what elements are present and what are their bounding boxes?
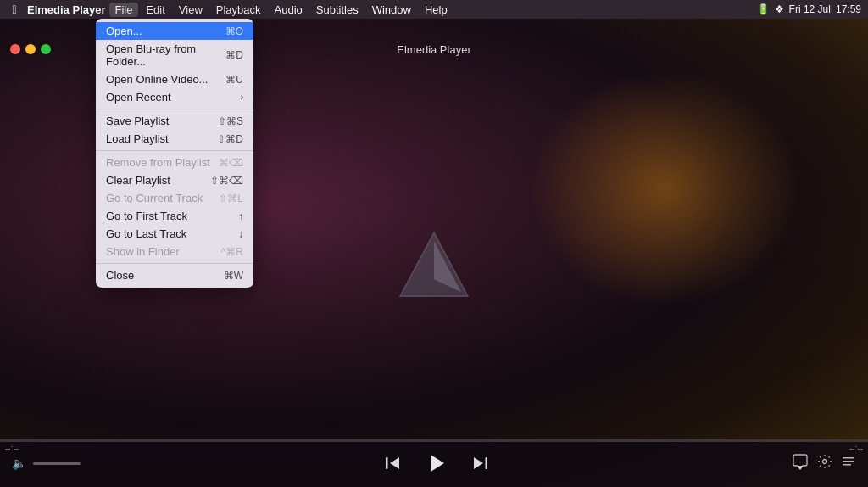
menu-item-open[interactable]: Open... ⌘O: [96, 22, 253, 40]
apple-icon[interactable]: : [7, 0, 22, 19]
menu-item-go-current-track: Go to Current Track ⇧⌘L: [96, 189, 253, 207]
volume-slider[interactable]: [33, 462, 81, 465]
svg-point-8: [823, 459, 827, 463]
menubar-right: 🔋 ❖ Fri 12 Jul 17:59: [757, 3, 861, 15]
file-menu: Open... ⌘O Open Blu-ray from Folder... ⌘…: [96, 19, 253, 288]
menu-item-close-shortcut: ⌘W: [224, 270, 243, 282]
svg-rect-9: [843, 457, 854, 459]
menubar-battery: 🔋: [757, 3, 770, 15]
menu-item-go-first-track[interactable]: Go to First Track ↑: [96, 207, 253, 225]
menu-divider-1: [96, 109, 253, 109]
time-left: --:--: [5, 444, 19, 453]
controls-inner: 🔈: [0, 449, 868, 478]
menu-item-go-last-track[interactable]: Go to Last Track ↓: [96, 225, 253, 243]
menu-help[interactable]: Help: [419, 3, 453, 17]
traffic-lights: [10, 44, 51, 54]
menu-item-load-playlist[interactable]: Load Playlist ⇧⌘D: [96, 130, 253, 148]
playlist-icon[interactable]: [841, 454, 856, 473]
app-name: Elmedia Player: [27, 3, 106, 16]
menu-item-clear-playlist[interactable]: Clear Playlist ⇧⌘⌫: [96, 171, 253, 189]
menu-window[interactable]: Window: [366, 3, 417, 17]
svg-marker-6: [474, 457, 483, 469]
next-button[interactable]: [468, 451, 493, 476]
menu-item-open-recent-label: Open Recent: [106, 91, 241, 104]
menu-subtitles[interactable]: Subtitles: [310, 3, 364, 17]
menu-item-open-online-shortcut: ⌘U: [225, 74, 243, 86]
menu-item-save-playlist[interactable]: Save Playlist ⇧⌘S: [96, 112, 253, 130]
menu-item-open-bluray[interactable]: Open Blu-ray from Folder... ⌘D: [96, 40, 253, 70]
menu-item-remove-from-playlist-label: Remove from Playlist: [106, 156, 219, 169]
menu-item-remove-from-playlist: Remove from Playlist ⌘⌫: [96, 154, 253, 171]
menu-item-clear-playlist-label: Clear Playlist: [106, 174, 210, 187]
menu-item-close[interactable]: Close ⌘W: [96, 266, 253, 284]
menu-item-go-last-track-label: Go to Last Track: [106, 227, 238, 240]
menubar-date: Fri 12 Jul: [789, 3, 831, 15]
airplay-icon[interactable]: [792, 453, 809, 474]
menu-item-go-first-track-shortcut: ↑: [238, 210, 243, 222]
menu-item-show-in-finder-label: Show in Finder: [106, 245, 221, 258]
time-right: --:--: [849, 444, 863, 453]
menu-item-open-bluray-label: Open Blu-ray from Folder...: [106, 42, 225, 68]
settings-icon[interactable]: [817, 454, 832, 473]
menu-item-open-online-label: Open Online Video...: [106, 73, 225, 86]
svg-rect-2: [386, 457, 388, 469]
menu-audio[interactable]: Audio: [269, 3, 309, 17]
previous-button[interactable]: [380, 451, 405, 476]
svg-marker-3: [390, 457, 399, 469]
menubar-time: 17:59: [836, 3, 861, 15]
submenu-arrow: ›: [241, 92, 243, 102]
menu-item-close-label: Close: [106, 269, 224, 282]
menu-item-load-playlist-label: Load Playlist: [106, 132, 217, 145]
volume-icon[interactable]: 🔈: [12, 456, 26, 470]
menu-divider-3: [96, 263, 253, 264]
app-logo: [392, 224, 476, 311]
menu-divider-2: [96, 150, 253, 151]
menu-view[interactable]: View: [173, 3, 209, 17]
menu-item-save-playlist-label: Save Playlist: [106, 115, 218, 127]
menu-item-open-shortcut: ⌘O: [225, 25, 243, 37]
menubar-items: File Edit View Playback Audio Subtitles …: [109, 3, 453, 17]
menu-file[interactable]: File: [109, 3, 139, 17]
menu-playback[interactable]: Playback: [210, 3, 267, 17]
menu-item-open-bluray-shortcut: ⌘D: [225, 49, 243, 61]
menu-item-go-current-track-label: Go to Current Track: [106, 192, 219, 204]
progress-bar[interactable]: --:-- --:--: [0, 439, 868, 442]
menu-item-open-recent[interactable]: Open Recent ›: [96, 88, 253, 106]
minimize-button[interactable]: [25, 44, 36, 54]
maximize-button[interactable]: [41, 44, 51, 54]
window-title: Elmedia Player: [397, 43, 470, 56]
svg-rect-10: [843, 461, 854, 462]
menu-item-clear-playlist-shortcut: ⇧⌘⌫: [210, 175, 243, 187]
menu-item-show-in-finder-shortcut: ^⌘R: [221, 246, 243, 258]
menu-item-go-last-track-shortcut: ↓: [238, 228, 243, 240]
svg-marker-7: [798, 466, 804, 469]
svg-rect-11: [843, 464, 851, 466]
close-button[interactable]: [10, 44, 20, 54]
menu-edit[interactable]: Edit: [140, 3, 170, 17]
menu-item-remove-from-playlist-shortcut: ⌘⌫: [219, 157, 243, 169]
svg-marker-4: [431, 455, 444, 472]
menu-item-show-in-finder: Show in Finder ^⌘R: [96, 243, 253, 260]
playback-controls: [87, 449, 785, 478]
menu-item-go-current-track-shortcut: ⇧⌘L: [219, 193, 243, 204]
menu-item-save-playlist-shortcut: ⇧⌘S: [218, 115, 243, 127]
controls-right: [792, 453, 856, 474]
menubar-wifi: ❖: [775, 3, 784, 15]
menubar:  Elmedia Player File Edit View Playback…: [0, 0, 868, 19]
menu-item-load-playlist-shortcut: ⇧⌘D: [217, 133, 243, 145]
play-button[interactable]: [422, 449, 451, 478]
menu-item-go-first-track-label: Go to First Track: [106, 210, 238, 222]
svg-rect-5: [485, 457, 487, 469]
menu-item-open-label: Open...: [106, 25, 225, 37]
controls-bar: --:-- --:-- 🔈: [0, 439, 868, 487]
menu-item-open-online[interactable]: Open Online Video... ⌘U: [96, 70, 253, 88]
